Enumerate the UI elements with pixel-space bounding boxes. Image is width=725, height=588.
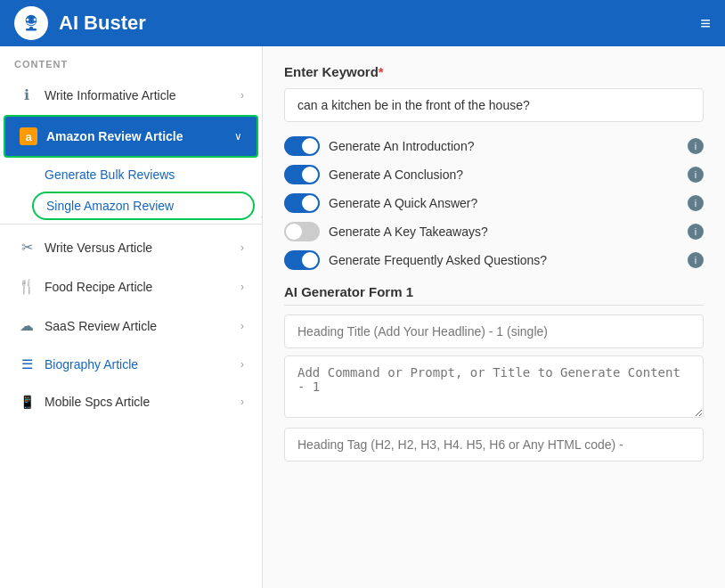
form-section-title: AI Generator Form 1 [284,284,704,306]
svg-line-5 [22,16,25,18]
sidebar-divider [0,224,262,225]
chevron-icon: › [240,281,244,293]
chevron-down-icon: ∨ [234,130,242,143]
sidebar-item-write-versus[interactable]: ✂ Write Versus Article › [4,228,258,266]
sidebar-item-write-informative[interactable]: ℹ Write Informative Article › [4,76,258,114]
toggle-row-intro: Generate An Introduction? i [284,136,704,156]
chevron-icon: › [240,396,244,408]
svg-rect-4 [26,29,37,31]
sidebar-item-label: SaaS Review Article [45,319,232,333]
subitem-label: Generate Bulk Reviews [45,167,175,182]
toggle-label-faq: Generate Frequently Asked Questions? [329,253,679,267]
toggle-row-quick-answer: Generate A Quick Answer? i [284,193,704,213]
svg-point-1 [27,19,29,21]
sidebar-subitem-bulk-reviews[interactable]: Generate Bulk Reviews [4,159,258,191]
svg-point-2 [34,19,37,21]
app-logo [14,6,48,40]
toggle-label-key-takeaways: Generate A Key Takeaways? [329,225,679,239]
chevron-icon: › [240,320,244,332]
chevron-icon: › [240,241,244,254]
sidebar-subitem-single-review[interactable]: Single Amazon Review [32,192,255,220]
sidebar-item-food-recipe[interactable]: 🍴 Food Recipe Article › [4,267,258,306]
sidebar-item-label: Write Versus Article [45,241,232,255]
toggle-row-conclusion: Generate A Conclusion? i [284,165,704,184]
chevron-icon: › [240,89,244,102]
chevron-icon: › [240,358,244,371]
toggle-label-conclusion: Generate A Conclusion? [329,167,679,182]
sidebar-section-label: CONTENT [0,46,262,75]
arrow-container: Single Amazon Review [0,192,262,220]
fork-icon: 🍴 [18,278,36,295]
amazon-icon: a [20,127,37,145]
document-icon: ☰ [18,356,36,372]
sidebar: CONTENT ℹ Write Informative Article › a … [0,46,263,588]
sidebar-item-mobile-specs[interactable]: 📱 Mobile Spcs Article › [4,384,258,420]
toggle-label-quick-answer: Generate A Quick Answer? [329,196,679,210]
keyword-section-title: Enter Keyword* [284,64,704,79]
toggle-quick-answer[interactable] [284,193,320,213]
toggle-row-faq: Generate Frequently Asked Questions? i [284,250,704,270]
info-icon-intro[interactable]: i [688,138,704,154]
app-title: AI Buster [59,12,689,35]
toggle-label-intro: Generate An Introduction? [329,139,679,153]
toggle-key-takeaways[interactable] [284,222,320,241]
toggle-faq[interactable] [284,250,320,270]
menu-icon[interactable]: ≡ [700,13,711,34]
heading-tag-input[interactable] [284,428,704,461]
mobile-icon: 📱 [18,395,36,409]
sidebar-item-saas-review[interactable]: ☁ SaaS Review Article › [4,306,258,345]
svg-line-6 [37,16,40,18]
subitem-label: Single Amazon Review [46,199,174,213]
command-prompt-input[interactable] [284,355,704,418]
scissors-icon: ✂ [18,239,36,256]
app-header: AI Buster ≡ [0,0,725,46]
sidebar-item-label: Amazon Review Article [46,129,225,143]
required-indicator: * [379,64,384,79]
sidebar-item-label: Food Recipe Article [45,280,232,294]
main-content: Enter Keyword* Generate An Introduction?… [263,46,725,588]
toggle-row-key-takeaways: Generate A Key Takeaways? i [284,222,704,241]
heading-title-input[interactable] [284,314,704,348]
info-icon-quick-answer[interactable]: i [688,195,704,211]
info-icon-faq[interactable]: i [688,252,704,268]
toggle-intro[interactable] [284,136,320,156]
main-layout: CONTENT ℹ Write Informative Article › a … [0,46,725,588]
sidebar-item-biography[interactable]: ☰ Biography Article › [4,346,258,383]
sidebar-item-label: Mobile Spcs Article [45,395,232,409]
sidebar-item-amazon-review[interactable]: a Amazon Review Article ∨ [4,115,258,158]
cloud-icon: ☁ [18,317,36,334]
info-icon: ℹ [18,86,36,103]
info-icon-key-takeaways[interactable]: i [688,224,704,240]
sidebar-item-label: Biography Article [45,357,232,372]
keyword-input[interactable] [284,88,704,122]
sidebar-item-label: Write Informative Article [45,88,232,102]
toggle-conclusion[interactable] [284,165,320,184]
info-icon-conclusion[interactable]: i [688,167,704,183]
